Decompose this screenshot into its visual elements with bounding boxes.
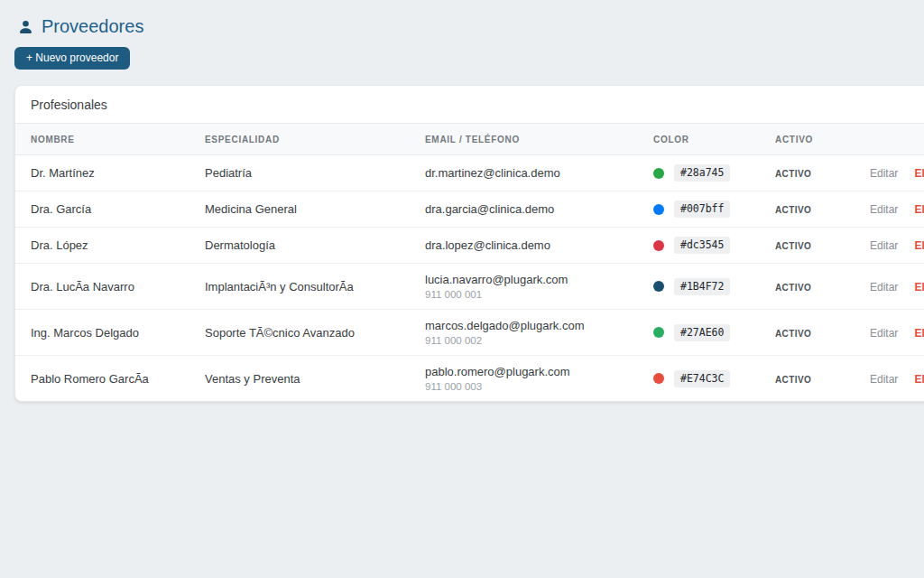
phone-text: 911 000 002 (425, 335, 646, 346)
cell-especialidad: Pediatría (205, 155, 425, 191)
email-text: dra.lopez@clinica.demo (425, 238, 646, 252)
color-dot-icon (653, 204, 664, 215)
delete-link[interactable]: Eliminar (915, 281, 924, 294)
header-activo: ACTIVO (775, 124, 870, 155)
providers-card: Profesionales NOMBRE ESPECIALIDAD EMAIL … (14, 85, 924, 402)
header-color: COLOR (653, 124, 775, 155)
email-text: pablo.romero@plugark.com (425, 365, 646, 378)
header-nombre: NOMBRE (15, 124, 205, 155)
cell-color: #1B4F72 (653, 264, 775, 310)
cell-activo: ACTIVO (775, 155, 870, 191)
cell-edit: Editar (870, 356, 915, 402)
header-edit-empty (870, 124, 915, 155)
status-badge: ACTIVO (775, 329, 811, 339)
header-email: EMAIL / TELÉFONO (425, 124, 653, 155)
color-hex-badge: #28a745 (674, 164, 730, 182)
color-hex-badge: #1B4F72 (674, 278, 730, 295)
phone-text: 911 000 001 (425, 289, 646, 300)
cell-email: lucia.navarro@plugark.com911 000 001 (425, 264, 653, 310)
page-title-text: Proveedores (42, 16, 143, 37)
email-text: marcos.delgado@plugark.com (425, 319, 646, 332)
table-row: Ing. Marcos DelgadoSoporte TÃ©cnico Avan… (15, 310, 924, 356)
new-provider-button[interactable]: + Nuevo proveedor (14, 47, 130, 70)
cell-especialidad: Dermatología (205, 228, 425, 264)
cell-especialidad: Medicina General (205, 191, 425, 228)
color-dot-icon (653, 281, 664, 292)
delete-link[interactable]: Eliminar (915, 239, 924, 252)
cell-color: #007bff (653, 191, 775, 228)
cell-edit: Editar (870, 228, 915, 264)
cell-email: dra.garcia@clinica.demo (425, 191, 653, 228)
cell-edit: Editar (870, 155, 915, 191)
table-row: Dra. GarcíaMedicina Generaldra.garcia@cl… (15, 191, 924, 228)
color-dot-icon (653, 240, 664, 251)
cell-email: dra.lopez@clinica.demo (425, 228, 653, 264)
delete-link[interactable]: Eliminar (915, 373, 924, 386)
header-delete-empty (915, 124, 924, 155)
card-title: Profesionales (15, 86, 924, 123)
color-hex-badge: #E74C3C (674, 370, 730, 387)
cell-color: #E74C3C (653, 356, 775, 402)
cell-activo: ACTIVO (775, 228, 870, 264)
email-text: dr.martinez@clinica.demo (425, 166, 646, 180)
cell-activo: ACTIVO (775, 356, 870, 402)
email-text: lucia.navarro@plugark.com (425, 273, 646, 286)
edit-link[interactable]: Editar (870, 281, 898, 294)
phone-text: 911 000 003 (425, 381, 646, 392)
cell-especialidad: Soporte TÃ©cnico Avanzado (205, 310, 425, 356)
status-badge: ACTIVO (775, 375, 811, 385)
providers-page: Proveedores + Nuevo proveedor Profesiona… (0, 0, 924, 402)
color-hex-badge: #007bff (674, 200, 730, 218)
table-body: Dr. MartínezPediatríadr.martinez@clinica… (15, 155, 924, 402)
cell-nombre: Dr. Martínez (15, 155, 205, 191)
table-row: Dra. LucÃa NavarroImplantaciÃ³n y Consul… (15, 264, 924, 310)
delete-link[interactable]: Eliminar (915, 203, 924, 216)
header-especialidad: ESPECIALIDAD (205, 124, 425, 155)
edit-link[interactable]: Editar (870, 327, 898, 340)
status-badge: ACTIVO (775, 241, 811, 251)
cell-delete: Eliminar (915, 191, 924, 228)
cell-delete: Eliminar (915, 264, 924, 310)
status-badge: ACTIVO (775, 169, 811, 179)
table-row: Pablo Romero GarcÃaVentas y Preventapabl… (15, 356, 924, 402)
color-hex-badge: #dc3545 (674, 237, 730, 254)
status-badge: ACTIVO (775, 283, 811, 293)
edit-link[interactable]: Editar (870, 167, 898, 180)
providers-table: NOMBRE ESPECIALIDAD EMAIL / TELÉFONO COL… (15, 123, 924, 401)
cell-edit: Editar (870, 310, 915, 356)
cell-delete: Eliminar (915, 228, 924, 264)
edit-link[interactable]: Editar (870, 373, 898, 386)
cell-activo: ACTIVO (775, 310, 870, 356)
cell-email: marcos.delgado@plugark.com911 000 002 (425, 310, 653, 356)
page-title: Proveedores (18, 16, 924, 37)
delete-link[interactable]: Eliminar (915, 167, 924, 180)
cell-delete: Eliminar (915, 155, 924, 191)
cell-nombre: Pablo Romero GarcÃa (15, 356, 205, 402)
cell-email: pablo.romero@plugark.com911 000 003 (425, 356, 653, 402)
table-row: Dra. LópezDermatologíadra.lopez@clinica.… (15, 228, 924, 264)
cell-especialidad: ImplantaciÃ³n y ConsultorÃa (205, 264, 425, 310)
cell-color: #28a745 (653, 155, 775, 191)
cell-delete: Eliminar (915, 356, 924, 402)
edit-link[interactable]: Editar (870, 239, 898, 252)
cell-color: #dc3545 (653, 228, 775, 264)
table-row: Dr. MartínezPediatríadr.martinez@clinica… (15, 155, 924, 191)
cell-especialidad: Ventas y Preventa (205, 356, 425, 402)
status-badge: ACTIVO (775, 205, 811, 215)
cell-color: #27AE60 (653, 310, 775, 356)
cell-nombre: Ing. Marcos Delgado (15, 310, 205, 356)
cell-delete: Eliminar (915, 310, 924, 356)
edit-link[interactable]: Editar (870, 203, 898, 216)
color-dot-icon (653, 373, 664, 384)
person-icon (18, 19, 33, 34)
cell-activo: ACTIVO (775, 191, 870, 228)
cell-edit: Editar (870, 264, 915, 310)
delete-link[interactable]: Eliminar (915, 327, 924, 340)
cell-activo: ACTIVO (775, 264, 870, 310)
email-text: dra.garcia@clinica.demo (425, 202, 646, 216)
color-dot-icon (653, 168, 664, 179)
cell-email: dr.martinez@clinica.demo (425, 155, 653, 191)
cell-nombre: Dra. García (15, 191, 205, 228)
cell-nombre: Dra. LucÃa Navarro (15, 264, 205, 310)
color-hex-badge: #27AE60 (674, 324, 730, 341)
